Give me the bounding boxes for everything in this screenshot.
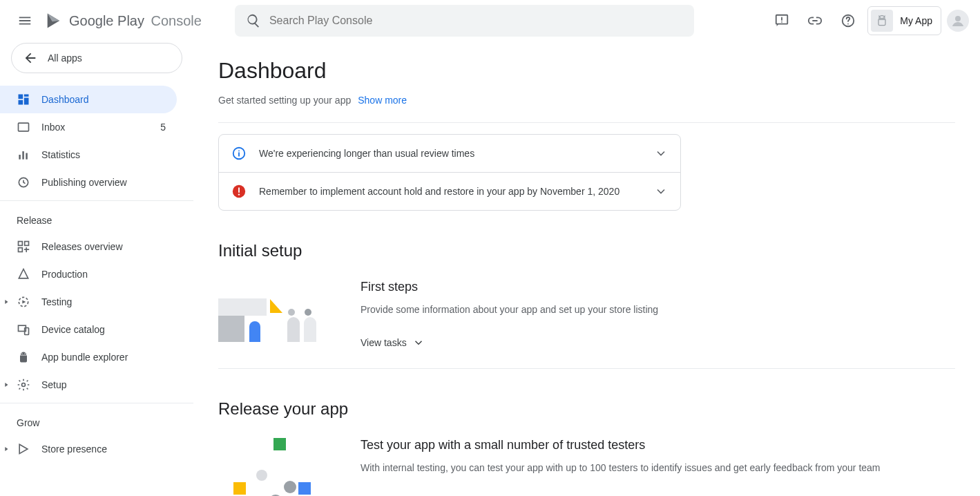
testers-desc: With internal testing, you can test your… [361, 461, 881, 475]
overview-icon [17, 240, 30, 254]
production-icon [17, 267, 30, 281]
main-content: Dashboard Get started setting up your ap… [193, 41, 980, 496]
link-button[interactable] [801, 7, 829, 35]
all-apps-button[interactable]: All apps [11, 43, 182, 73]
sidebar-item-app-bundle[interactable]: App bundle explorer [0, 343, 177, 371]
page-subtitle: Get started setting up your app [218, 95, 351, 106]
link-icon [807, 13, 823, 28]
app-name: My App [900, 15, 932, 26]
svg-rect-10 [19, 100, 23, 105]
help-icon [840, 13, 856, 28]
sidebar-heading-release: Release [0, 205, 193, 233]
sidebar-item-store-presence[interactable]: Store presence [0, 435, 177, 463]
inbox-icon [17, 120, 30, 134]
app-switcher[interactable]: My App [867, 6, 941, 35]
svg-rect-28 [238, 188, 240, 193]
first-steps-title: First steps [361, 280, 658, 294]
svg-point-26 [238, 150, 240, 151]
section-title-initial: Initial setup [218, 241, 955, 260]
sidebar-item-label: Releases overview [41, 241, 166, 252]
app-icon [871, 10, 893, 32]
svg-point-5 [883, 17, 884, 18]
arrow-left-icon [23, 50, 38, 66]
sidebar-item-testing[interactable]: Testing [0, 288, 177, 316]
first-steps-card: First steps Provide some information abo… [218, 280, 955, 368]
sidebar-item-label: Dashboard [41, 94, 166, 105]
chevron-down-icon [654, 146, 668, 160]
sidebar-item-setup[interactable]: Setup [0, 371, 177, 399]
dashboard-icon [17, 93, 30, 106]
sidebar-item-label: Store presence [41, 443, 166, 455]
show-more-link[interactable]: Show more [358, 95, 407, 106]
store-icon [17, 442, 30, 456]
sidebar-item-label: Device catalog [41, 324, 166, 335]
sidebar-item-label: Inbox [41, 122, 149, 133]
svg-rect-13 [22, 151, 24, 160]
svg-rect-16 [19, 242, 23, 246]
sidebar-item-label: Testing [41, 296, 166, 307]
sidebar-item-label: Production [41, 269, 166, 280]
notice-text: We're experiencing longer than usual rev… [259, 148, 642, 159]
sidebar-item-releases-overview[interactable]: Releases overview [0, 233, 177, 260]
logo-text-a: Google Play [69, 13, 144, 28]
notice-error[interactable]: Remember to implement account hold and r… [219, 172, 680, 210]
sidebar-item-publishing-overview[interactable]: Publishing overview [0, 169, 177, 196]
svg-point-23 [24, 353, 25, 354]
svg-rect-9 [24, 98, 29, 105]
svg-rect-7 [19, 95, 23, 99]
sidebar-item-label: Publishing overview [41, 177, 166, 188]
sidebar-item-production[interactable]: Production [0, 260, 177, 288]
feedback-button[interactable] [768, 7, 796, 35]
help-button[interactable] [834, 7, 862, 35]
svg-point-22 [21, 353, 22, 354]
sidebar-item-statistics[interactable]: Statistics [0, 141, 177, 169]
testers-title: Test your app with a small number of tru… [361, 438, 881, 452]
play-icon [44, 11, 64, 30]
bundle-icon [17, 350, 30, 364]
search-input[interactable] [269, 15, 683, 27]
page-title: Dashboard [218, 58, 955, 84]
sidebar: All apps Dashboard Inbox 5 Statistics Pu… [0, 41, 193, 496]
search-bar[interactable] [235, 5, 694, 37]
svg-point-4 [881, 17, 881, 18]
avatar-icon [950, 12, 966, 29]
menu-button[interactable] [11, 7, 39, 35]
divider [218, 368, 955, 369]
sidebar-item-device-catalog[interactable]: Device catalog [0, 316, 177, 343]
inbox-badge: 5 [160, 122, 166, 133]
info-icon [231, 146, 247, 161]
svg-point-6 [955, 16, 961, 21]
account-avatar[interactable] [947, 10, 969, 32]
feedback-icon [774, 13, 789, 28]
section-title-release: Release your app [218, 399, 955, 419]
illustration-first-steps [218, 280, 322, 342]
first-steps-desc: Provide some information about your app … [361, 303, 658, 317]
sidebar-item-inbox[interactable]: Inbox 5 [0, 113, 177, 141]
error-icon [231, 184, 247, 199]
svg-rect-18 [19, 248, 23, 252]
testers-card: Test your app with a small number of tru… [218, 438, 955, 496]
notice-text: Remember to implement account hold and r… [259, 186, 642, 197]
notice-group: We're experiencing longer than usual rev… [218, 134, 681, 211]
sidebar-item-label: Setup [41, 379, 166, 390]
sidebar-heading-grow: Grow [0, 408, 193, 435]
view-tasks-label: View tasks [361, 337, 407, 348]
illustration-testers [218, 438, 322, 496]
view-tasks-button[interactable]: View tasks [361, 336, 658, 349]
sidebar-item-dashboard[interactable]: Dashboard [0, 86, 177, 113]
menu-icon [17, 13, 32, 28]
caret-right-icon [3, 381, 10, 388]
chevron-down-icon [412, 336, 425, 349]
svg-rect-17 [25, 242, 29, 246]
device-icon [17, 323, 30, 336]
caret-right-icon [3, 298, 10, 305]
notice-info[interactable]: We're experiencing longer than usual rev… [219, 135, 680, 172]
gear-icon [17, 378, 30, 392]
logo[interactable]: Google Play Console [44, 11, 202, 30]
divider [218, 122, 955, 123]
android-icon [875, 14, 889, 28]
caret-right-icon [3, 446, 10, 452]
svg-point-24 [22, 383, 26, 387]
statistics-icon [17, 148, 30, 162]
logo-text-b: Console [151, 13, 202, 28]
